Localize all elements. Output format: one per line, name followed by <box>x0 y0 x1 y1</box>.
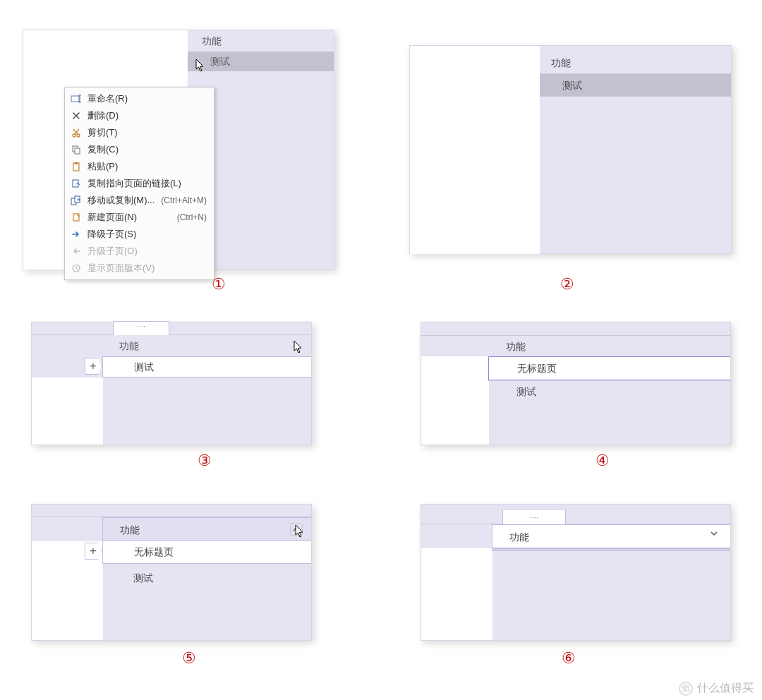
menu-copy[interactable]: 复制(C) <box>65 141 214 158</box>
menu-copy-link-label: 复制指向页面的链接(L) <box>87 177 207 190</box>
step-number-1: ① <box>212 275 226 294</box>
page-body-area <box>421 548 492 640</box>
menu-rename-label: 重命名(R) <box>87 92 207 105</box>
menu-promote-label: 升级子页(O) <box>87 245 207 258</box>
demote-icon <box>69 229 83 240</box>
panel-6: ···· 功能 <box>421 504 731 641</box>
step-number-3: ③ <box>198 452 212 470</box>
svg-rect-4 <box>75 148 80 154</box>
section-header[interactable]: 功能 <box>188 30 334 52</box>
page-item-test[interactable]: 测试 <box>102 564 311 592</box>
step-number-5: ⑤ <box>182 649 196 668</box>
page-body-area <box>421 356 489 445</box>
svg-point-2 <box>77 134 80 137</box>
section-header[interactable]: 功能 <box>540 52 731 74</box>
new-page-icon <box>69 212 83 223</box>
menu-demote[interactable]: 降级子页(S) <box>65 226 214 243</box>
menu-new-page-shortcut: (Ctrl+N) <box>177 212 207 222</box>
menu-delete-label: 删除(D) <box>87 109 207 122</box>
versions-icon <box>69 262 83 274</box>
section-header[interactable]: 功能 <box>102 517 311 541</box>
page-body-area <box>32 378 103 445</box>
step-number-4: ④ <box>595 452 610 470</box>
page-item-test-selected[interactable]: 测试 <box>540 74 731 97</box>
svg-point-1 <box>73 134 75 137</box>
menu-rename[interactable]: 重命名(R) <box>65 90 214 107</box>
menu-new-page[interactable]: 新建页面(N) (Ctrl+N) <box>65 209 214 226</box>
copy-link-icon <box>69 178 83 189</box>
menu-demote-label: 降级子页(S) <box>87 228 207 241</box>
menu-delete[interactable]: 删除(D) <box>65 107 214 124</box>
section-header-collapsed[interactable]: 功能 <box>492 524 730 548</box>
promote-icon <box>69 246 83 257</box>
panel-2: 功能 测试 <box>409 45 732 254</box>
tab-partial[interactable]: ···· <box>502 509 566 524</box>
paste-icon <box>69 161 83 172</box>
collapsed-indicator <box>492 548 730 551</box>
page-item-test-current[interactable]: 测试 <box>102 356 311 378</box>
step-number-2: ② <box>560 275 574 294</box>
page-item-untitled-current[interactable]: 无标题页 <box>102 541 311 564</box>
tab-bar <box>32 505 311 517</box>
menu-move-copy-shortcut: (Ctrl+Alt+M) <box>161 195 207 205</box>
menu-show-versions-label: 显示页面版本(V) <box>87 262 207 274</box>
tab-partial[interactable]: ···· <box>113 321 169 335</box>
section-header[interactable]: 功能 <box>421 335 730 356</box>
expand-button[interactable] <box>710 530 718 537</box>
cut-icon <box>69 127 83 138</box>
panel-3: ···· 功能 测试 + <box>31 322 312 445</box>
tab-bar: ···· <box>32 322 311 335</box>
watermark-text: 什么值得买 <box>697 681 754 696</box>
move-copy-icon <box>69 195 83 206</box>
tab-bar: ···· <box>421 505 730 524</box>
watermark: 值 什么值得买 <box>679 681 754 696</box>
page-title-input[interactable]: 无标题页 <box>488 356 730 380</box>
panel-5: 功能 无标题页 测试 + <box>31 504 312 641</box>
svg-rect-6 <box>75 162 78 164</box>
add-page-button[interactable]: + <box>85 543 102 560</box>
menu-copy-link[interactable]: 复制指向页面的链接(L) <box>65 175 214 192</box>
menu-show-versions-disabled: 显示页面版本(V) <box>65 260 214 277</box>
page-item-test-selected[interactable]: 测试 <box>188 52 334 71</box>
step-number-6: ⑥ <box>562 649 576 668</box>
menu-cut-label: 剪切(T) <box>87 126 207 139</box>
delete-icon <box>69 110 83 121</box>
page-item-test[interactable]: 测试 <box>488 380 730 402</box>
menu-paste-label: 粘贴(P) <box>87 160 207 173</box>
svg-rect-10 <box>73 214 79 221</box>
rename-icon <box>69 93 83 104</box>
menu-move-copy[interactable]: 移动或复制(M)... (Ctrl+Alt+M) <box>65 192 214 209</box>
menu-move-copy-label: 移动或复制(M)... <box>87 194 161 207</box>
menu-copy-label: 复制(C) <box>87 143 207 156</box>
panel-1: 功能 测试 重命名(R) 删除(D) 剪切(T) 复制(C) <box>23 30 334 270</box>
page-body-area <box>410 46 540 254</box>
menu-paste[interactable]: 粘贴(P) <box>65 158 214 175</box>
watermark-icon: 值 <box>679 682 693 696</box>
svg-rect-0 <box>71 96 79 102</box>
section-header[interactable]: 功能 <box>32 335 311 356</box>
menu-promote-disabled: 升级子页(O) <box>65 243 214 260</box>
collapse-button[interactable] <box>290 523 303 536</box>
copy-icon <box>69 144 83 155</box>
add-page-button[interactable]: + <box>85 358 102 375</box>
menu-new-page-label: 新建页面(N) <box>87 211 177 224</box>
panel-4: 功能 无标题页 测试 <box>421 322 731 445</box>
context-menu: 重命名(R) 删除(D) 剪切(T) 复制(C) 粘贴(P) <box>64 87 214 280</box>
menu-cut[interactable]: 剪切(T) <box>65 124 214 141</box>
